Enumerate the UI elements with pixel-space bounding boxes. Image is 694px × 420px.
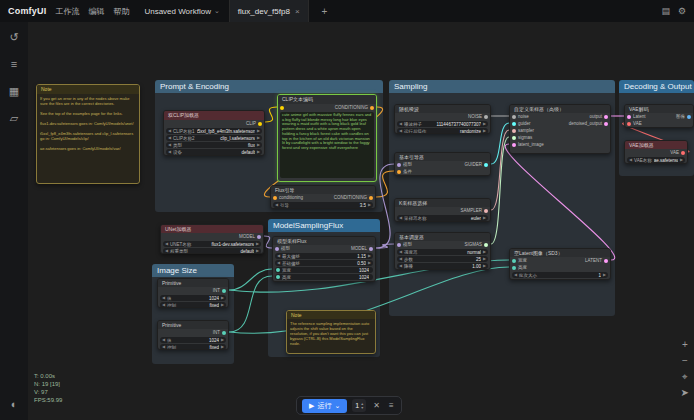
output-slot-latent[interactable]: LATENT bbox=[585, 258, 608, 263]
input-widget-width[interactable]: 宽度1024 bbox=[275, 267, 373, 273]
decrement-icon[interactable]: ◀ bbox=[162, 344, 165, 350]
widget-steps[interactable]: ◀步数25▶ bbox=[397, 256, 488, 262]
widget-control[interactable]: ◀控制fixed▶ bbox=[160, 302, 226, 308]
decrement-icon[interactable]: ◀ bbox=[162, 302, 165, 308]
int-slot-dot[interactable] bbox=[276, 275, 280, 279]
latent-slot-dot[interactable] bbox=[604, 122, 608, 126]
model-slot-dot[interactable] bbox=[397, 163, 401, 167]
increment-icon[interactable]: ▶ bbox=[368, 253, 371, 259]
widget-vae-name[interactable]: ◀VAE名称ae.safetensors▶ bbox=[627, 157, 685, 163]
model-library-icon[interactable]: ▦ bbox=[9, 86, 19, 97]
conditioning-slot-dot[interactable] bbox=[397, 170, 401, 174]
decrement-icon[interactable]: ◀ bbox=[275, 202, 278, 208]
widget-clip-name1[interactable]: ◀CLIP名称1t5xxl_fp8_e4m3fn.safetensors▶ bbox=[166, 128, 262, 134]
node-basic-scheduler[interactable]: 基本调度器 模型 SIGMAS ◀调度器normal▶ ◀步数25▶ ◀降噪1.… bbox=[394, 232, 491, 270]
decrement-icon[interactable]: ◀ bbox=[168, 135, 171, 141]
input-slot-conditioning[interactable]: 条件 bbox=[397, 169, 412, 174]
panel-toggle-icon[interactable]: ▤ bbox=[661, 6, 670, 16]
run-button[interactable]: ▶ 运行 ⌄ bbox=[302, 399, 347, 413]
decrement-icon[interactable]: ◀ bbox=[399, 121, 402, 127]
output-slot-guider[interactable]: GUIDER bbox=[464, 162, 488, 167]
output-slot-int[interactable]: INT bbox=[213, 330, 226, 335]
sigmas-slot-dot[interactable] bbox=[484, 243, 488, 247]
increment-icon[interactable]: ▶ bbox=[603, 272, 606, 278]
sampler-slot-dot[interactable] bbox=[484, 209, 488, 213]
history-icon[interactable]: ↺ bbox=[9, 32, 18, 43]
decrement-icon[interactable]: ▾ bbox=[361, 406, 363, 410]
output-slot-model[interactable]: MODEL bbox=[239, 234, 261, 239]
increment-icon[interactable]: ▶ bbox=[257, 149, 260, 155]
conditioning-slot-dot[interactable] bbox=[369, 196, 373, 200]
input-slot-sigmas[interactable]: sigmas bbox=[512, 135, 532, 140]
node-title[interactable]: Primitive bbox=[158, 321, 228, 329]
int-slot-dot[interactable] bbox=[222, 289, 226, 293]
clip-slot-dot[interactable] bbox=[280, 106, 284, 110]
group-header[interactable]: Prompt & Encoding bbox=[155, 80, 383, 93]
output-slot-model[interactable]: MODEL bbox=[351, 246, 373, 251]
input-slot-model[interactable]: 模型 bbox=[397, 162, 412, 167]
zoom-out-button[interactable]: − bbox=[682, 356, 688, 366]
widget-noise-seed[interactable]: ◀噪波种子111446737740077307▶ bbox=[397, 121, 488, 127]
node-primitive-height[interactable]: Primitive INT ◀值1024▶ ◀控制fixed▶ bbox=[157, 320, 229, 350]
decrement-icon[interactable]: ◀ bbox=[162, 337, 165, 343]
group-header[interactable]: Image Size bbox=[152, 264, 234, 277]
fit-view-button[interactable]: ⌖ bbox=[682, 372, 688, 382]
increment-icon[interactable]: ▶ bbox=[221, 337, 224, 343]
decrement-icon[interactable]: ◀ bbox=[165, 241, 168, 247]
noise-slot-dot[interactable] bbox=[512, 115, 516, 119]
decrement-icon[interactable]: ◀ bbox=[168, 142, 171, 148]
node-flux-guidance[interactable]: Flux引导 conditioning CONDITIONING ◀引导3.5▶ bbox=[270, 185, 376, 209]
comfyui-logo[interactable]: ComfyUI bbox=[8, 6, 46, 16]
decrement-icon[interactable]: ◀ bbox=[514, 272, 517, 278]
node-title[interactable]: CLIP文本编码 bbox=[278, 95, 376, 104]
decrement-icon[interactable]: ◀ bbox=[162, 295, 165, 301]
widget-max-shift[interactable]: ◀最大偏移1.15▶ bbox=[275, 253, 373, 259]
clip-slot-dot[interactable] bbox=[258, 122, 262, 126]
node-clip-text-encode[interactable]: CLIP文本编码 CONDITIONING cute anime girl wi… bbox=[277, 94, 377, 182]
increment-icon[interactable]: ▶ bbox=[483, 263, 486, 269]
increment-icon[interactable]: ▶ bbox=[257, 142, 260, 148]
node-sampler-custom-advanced[interactable]: 自定义采样器（高级） noise output guider denoised_… bbox=[509, 104, 611, 154]
tab-flux-dev[interactable]: flux_dev_f5fp8× bbox=[229, 0, 309, 22]
sigmas-slot-dot[interactable] bbox=[512, 136, 516, 140]
vae-slot-dot[interactable] bbox=[627, 122, 631, 126]
group-header[interactable]: ModelSamplingFlux bbox=[268, 219, 380, 232]
increment-icon[interactable]: ▶ bbox=[221, 344, 224, 350]
new-tab-button[interactable]: + bbox=[318, 6, 332, 17]
model-slot-dot[interactable] bbox=[369, 247, 373, 251]
guider-slot-dot[interactable] bbox=[484, 163, 488, 167]
node-title[interactable]: 基本引导器 bbox=[395, 153, 490, 161]
output-slot-output[interactable]: output bbox=[589, 114, 608, 119]
guider-slot-dot[interactable] bbox=[512, 122, 516, 126]
widget-scheduler[interactable]: ◀调度器normal▶ bbox=[397, 249, 488, 255]
workflow-name-dropdown[interactable]: Unsaved Workflow⌄ bbox=[144, 7, 219, 16]
increment-icon[interactable]: ▶ bbox=[483, 249, 486, 255]
output-slot-vae[interactable]: VAE bbox=[670, 150, 685, 155]
node-title[interactable]: Note bbox=[37, 85, 139, 94]
tab-close-icon[interactable]: × bbox=[295, 7, 300, 16]
output-slot-denoised[interactable]: denoised_output bbox=[569, 121, 608, 126]
decrement-icon[interactable]: ◀ bbox=[399, 215, 402, 221]
widget-value[interactable]: ◀值1024▶ bbox=[160, 295, 226, 301]
node-title[interactable]: Primitive bbox=[158, 279, 228, 287]
decrement-icon[interactable]: ◀ bbox=[168, 128, 171, 134]
decrement-icon[interactable]: ◀ bbox=[399, 256, 402, 262]
widget-value[interactable]: ◀值1024▶ bbox=[160, 337, 226, 343]
increment-icon[interactable]: ▶ bbox=[483, 121, 486, 127]
node-title[interactable]: 空Latent图像（SD3） bbox=[510, 249, 610, 257]
input-slot-latent-image[interactable]: latent_image bbox=[512, 142, 544, 147]
output-slot-clip[interactable]: CLIP bbox=[246, 121, 262, 126]
workflows-folder-icon[interactable]: ▱ bbox=[10, 113, 18, 124]
node-title[interactable]: Flux引导 bbox=[271, 186, 375, 194]
widget-guidance[interactable]: ◀引导3.5▶ bbox=[273, 202, 373, 208]
input-slot-model[interactable]: 模型 bbox=[397, 242, 412, 247]
output-slot-image[interactable]: 图像 bbox=[676, 114, 691, 119]
prompt-textarea[interactable]: cute anime girl with massive fluffy fenn… bbox=[280, 112, 374, 178]
int-slot-dot[interactable] bbox=[222, 331, 226, 335]
node-title[interactable]: VAE解码 bbox=[625, 105, 693, 113]
pointer-mode-button[interactable]: ➤ bbox=[681, 388, 689, 398]
latent-slot-dot[interactable] bbox=[512, 143, 516, 147]
input-widget-height[interactable]: 高度1024 bbox=[275, 274, 373, 280]
node-note[interactable]: Note If you get an error in any of the n… bbox=[36, 84, 140, 184]
queue-icon[interactable]: ≡ bbox=[11, 59, 17, 70]
